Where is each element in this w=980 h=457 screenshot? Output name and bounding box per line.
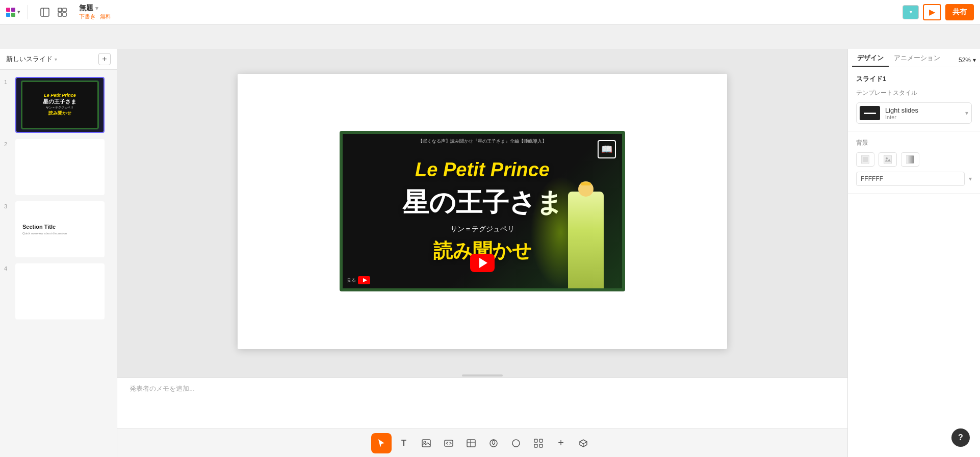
svg-rect-0 — [41, 8, 49, 16]
add-tool-button[interactable]: + — [551, 433, 571, 453]
app-logo[interactable]: ▾ — [6, 8, 20, 17]
svg-rect-17 — [539, 439, 543, 442]
share-button[interactable]: 共有 — [945, 4, 974, 20]
svg-rect-4 — [58, 13, 62, 16]
template-section-title: テンプレートスタイル — [856, 89, 972, 97]
template-thumbnail — [860, 106, 880, 120]
svg-point-24 — [886, 157, 888, 159]
slide-thumb-content-1: Le Petit Prince 星の王子さま サン＝テグジュペリ 読み聞かせ — [16, 78, 104, 132]
slide-number: 3 — [4, 201, 12, 209]
notes-placeholder[interactable]: 発表者のメモを追加... — [130, 384, 195, 393]
slide-section: スライド1 テンプレートスタイル Light slides Inter ▾ — [848, 67, 980, 131]
canvas-area: 【眠くなる声】読み聞かせ『星の王子さま』全編【睡眠導入】 📖 Le Petit … — [117, 49, 847, 457]
play-button[interactable] — [470, 254, 495, 272]
video-author: サン＝テグジュペリ — [450, 225, 514, 234]
slide-number: 2 — [4, 139, 12, 147]
slide1-label: スライド1 — [856, 74, 972, 84]
svg-rect-8 — [422, 440, 430, 447]
image-tool-button[interactable] — [416, 433, 436, 453]
list-item[interactable]: 2 — [0, 136, 117, 198]
canvas-wrapper[interactable]: 【眠くなる声】読み聞かせ『星の王子さま』全編【睡眠導入】 📖 Le Petit … — [117, 49, 847, 373]
more-tool-button[interactable] — [573, 433, 594, 453]
corner-icon: 📖 — [598, 140, 616, 158]
table-tool-button[interactable] — [461, 433, 481, 453]
slide-canvas[interactable]: 【眠くなる声】読み聞かせ『星の王子さま』全編【睡眠導入】 📖 Le Petit … — [238, 74, 727, 349]
topbar: ▾ 無題 ▾ 下書き 無料 ▾ — [0, 0, 980, 24]
notes-area[interactable]: 発表者のメモを追加... — [117, 378, 847, 428]
slide-number: 4 — [4, 263, 12, 272]
video-content: 【眠くなる声】読み聞かせ『星の王子さま』全編【睡眠導入】 📖 Le Petit … — [343, 134, 622, 288]
new-slide-bar: 新しいスライド ▾ + — [0, 49, 117, 70]
youtube-label: 見る — [347, 276, 370, 284]
tab-design[interactable]: デザイン — [852, 53, 889, 67]
slide-thumb-content-3: Section Title Quick overview about discu… — [16, 202, 104, 256]
svg-rect-23 — [884, 155, 892, 164]
slide-thumbnail-2[interactable] — [15, 139, 105, 195]
main-layout: 新しいスライド ▾ + 1 Le Petit Prince 星の王子さま サン＝… — [0, 49, 980, 457]
slide-panel: 新しいスライド ▾ + 1 Le Petit Prince 星の王子さま サン＝… — [0, 49, 117, 457]
color-swatch[interactable]: ▾ — [902, 5, 919, 19]
view-toggle — [37, 6, 70, 19]
title-area: 無題 ▾ 下書き 無料 — [74, 4, 898, 20]
svg-rect-22 — [863, 157, 868, 162]
svg-point-15 — [512, 440, 520, 447]
svg-point-9 — [424, 441, 426, 443]
embed-tool-button[interactable] — [439, 433, 459, 453]
svg-rect-25 — [906, 155, 914, 164]
bg-color-row: FFFFFF ▾ — [856, 172, 972, 186]
svg-rect-3 — [63, 8, 66, 12]
video-embed[interactable]: 【眠くなる声】読み聞かせ『星の王子さま』全編【睡眠導入】 📖 Le Petit … — [340, 131, 625, 291]
svg-rect-18 — [534, 444, 537, 447]
slide-thumbnail-3[interactable]: Section Title Quick overview about discu… — [15, 201, 105, 257]
right-tabs: デザイン アニメーション 52% ▾ — [848, 49, 980, 67]
slide-thumbnail-4[interactable] — [15, 263, 105, 319]
bg-image-button[interactable] — [879, 152, 897, 167]
new-slide-button[interactable]: 新しいスライド ▾ — [6, 55, 57, 64]
slide-thumb-content-2 — [16, 140, 104, 194]
svg-rect-5 — [63, 13, 66, 16]
video-title-bar: 【眠くなる声】読み聞かせ『星の王子さま』全編【睡眠導入】 — [343, 138, 622, 145]
logo-chevron[interactable]: ▾ — [17, 9, 20, 15]
slide-thumb-content-4 — [16, 264, 104, 318]
bg-color-swatch[interactable]: FFFFFF — [856, 172, 965, 186]
sidebar-toggle-btn[interactable] — [37, 6, 53, 19]
template-info: Light slides Inter — [885, 106, 918, 120]
template-selector[interactable]: Light slides Inter ▾ — [856, 102, 972, 124]
scroll-bar — [462, 374, 503, 377]
present-button[interactable]: ▶ — [923, 4, 941, 20]
doc-title[interactable]: 無題 ▾ — [79, 4, 898, 13]
shape-tool-button[interactable] — [506, 433, 526, 453]
svg-rect-19 — [539, 444, 543, 447]
draft-label: 下書き — [79, 13, 96, 20]
add-slide-plus-button[interactable]: + — [98, 53, 111, 65]
topbar-actions: ▾ ▶ 共有 — [902, 4, 974, 20]
smart-layout-button[interactable] — [528, 433, 549, 453]
slide-list: 1 Le Petit Prince 星の王子さま サン＝テグジュペリ 読み聞かせ… — [0, 70, 117, 457]
right-panel: デザイン アニメーション 52% ▾ スライド1 テンプレートスタイル Ligh… — [847, 49, 980, 457]
background-section: 背景 FFFFFF ▾ — [848, 131, 980, 194]
slide-number: 1 — [4, 77, 12, 85]
cursor-tool-button[interactable] — [371, 433, 392, 453]
help-button[interactable]: ? — [951, 428, 970, 447]
tab-animation[interactable]: アニメーション — [889, 53, 945, 67]
video-french-title: Le Petit Prince — [415, 159, 550, 181]
free-label: 無料 — [100, 13, 111, 20]
grid-view-btn[interactable] — [55, 6, 70, 19]
draw-tool-button[interactable] — [483, 433, 504, 453]
svg-point-14 — [490, 440, 497, 447]
doc-subtitle: 下書き 無料 — [79, 13, 898, 20]
zoom-control[interactable]: 52% ▾ — [959, 57, 976, 67]
list-item[interactable]: 4 — [0, 260, 117, 322]
bg-color-button[interactable] — [856, 152, 874, 167]
bg-icons — [856, 152, 972, 167]
bg-gradient-button[interactable] — [901, 152, 919, 167]
text-tool-button[interactable]: T — [394, 433, 414, 453]
list-item[interactable]: 1 Le Petit Prince 星の王子さま サン＝テグジュペリ 読み聞かせ — [0, 74, 117, 136]
bottom-toolbar: T — [117, 428, 847, 457]
svg-rect-16 — [534, 439, 537, 442]
list-item[interactable]: 3 Section Title Quick overview about dis… — [0, 198, 117, 260]
bg-color-chevron[interactable]: ▾ — [969, 175, 972, 182]
svg-rect-11 — [467, 440, 475, 447]
bg-label: 背景 — [856, 139, 972, 147]
slide-thumbnail-1[interactable]: Le Petit Prince 星の王子さま サン＝テグジュペリ 読み聞かせ — [15, 77, 105, 133]
